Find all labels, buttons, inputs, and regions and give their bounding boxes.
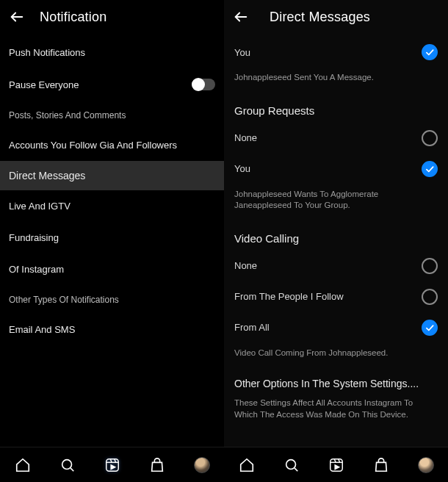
section-video-calling: Video Calling	[224, 220, 448, 251]
item-posts-stories-comments[interactable]: Posts, Stories And Comments	[0, 101, 224, 129]
bottom-nav	[0, 447, 448, 482]
svg-marker-15	[335, 465, 339, 470]
radio-unchecked-icon	[422, 130, 438, 146]
item-email-sms[interactable]: Email And SMS	[0, 314, 224, 345]
label: You	[234, 163, 250, 174]
label: Push Notifications	[9, 47, 85, 58]
home-icon	[15, 457, 31, 473]
option-you[interactable]: You	[224, 37, 448, 68]
arrow-left-icon	[9, 9, 25, 25]
svg-rect-11	[330, 458, 342, 471]
other-options-helper: These Settings Affect All Accounts Insta…	[224, 394, 448, 428]
shop-icon	[373, 457, 389, 473]
page-title: Notification	[40, 10, 106, 25]
svg-point-2	[62, 459, 71, 469]
page-title: Direct Messages	[270, 10, 370, 25]
radio-unchecked-icon	[422, 258, 438, 274]
nav-reels[interactable]	[102, 455, 123, 475]
notification-settings-panel: Notification Push Notifications Pause Ev…	[0, 0, 224, 447]
radio-unchecked-icon	[422, 289, 438, 305]
option-from-people-i-follow[interactable]: From The People I Follow	[224, 281, 448, 312]
nav-search[interactable]	[281, 455, 302, 475]
item-of-instagram[interactable]: Of Instagram	[0, 253, 224, 285]
item-direct-messages[interactable]: Direct Messages	[0, 161, 224, 190]
label: Pause Everyone	[9, 79, 79, 90]
label: None	[234, 260, 257, 271]
svg-line-3	[71, 468, 73, 471]
nav-profile[interactable]	[416, 455, 436, 475]
label: Posts, Stories And Comments	[9, 110, 126, 120]
label: From The People I Follow	[234, 291, 344, 302]
option-you[interactable]: You	[224, 154, 448, 184]
avatar-icon	[194, 457, 210, 473]
label: None	[234, 132, 257, 143]
nav-shop[interactable]	[371, 455, 391, 475]
label: Email And SMS	[9, 324, 75, 335]
label: Other Types Of Notifications	[9, 295, 119, 305]
nav-shop[interactable]	[147, 455, 167, 475]
svg-rect-4	[106, 458, 118, 471]
item-accounts-follow[interactable]: Accounts You Follow Gia And Followers	[0, 129, 224, 161]
label: Direct Messages	[9, 170, 85, 181]
helper-text: Johnappleseed Sent You A Message.	[224, 68, 448, 93]
arrow-left-icon	[233, 9, 249, 25]
search-icon	[59, 457, 76, 473]
other-options-link[interactable]: Other Options In The System Settings....	[224, 367, 448, 394]
label: From All	[234, 322, 270, 333]
option-none[interactable]: None	[224, 123, 448, 154]
helper-text: Johnappleseed Wants To Agglomerate Janea…	[224, 184, 448, 220]
option-none[interactable]: None	[224, 251, 448, 281]
item-live-igtv[interactable]: Live And IGTV	[0, 190, 224, 222]
radio-checked-icon	[422, 44, 438, 60]
radio-checked-icon	[422, 320, 438, 336]
item-push-notifications[interactable]: Push Notifications	[0, 37, 224, 68]
label: Accounts You Follow Gia And Followers	[9, 140, 177, 151]
back-button[interactable]	[231, 7, 250, 26]
nav-search[interactable]	[57, 455, 78, 475]
direct-messages-panel: Direct Messages You Johnappleseed Sent Y…	[224, 0, 448, 447]
item-other-types[interactable]: Other Types Of Notifications	[0, 285, 224, 314]
search-icon	[283, 457, 300, 473]
section-group-requests: Group Requests	[224, 93, 448, 123]
nav-home[interactable]	[12, 455, 33, 475]
reels-icon	[104, 457, 120, 473]
radio-checked-icon	[422, 161, 438, 177]
left-header: Notification	[0, 0, 224, 37]
nav-right	[224, 447, 448, 482]
svg-marker-8	[111, 465, 115, 470]
nav-profile[interactable]	[192, 455, 212, 475]
helper-text: Video Call Coming From Johnappleseed.	[224, 343, 448, 368]
right-header: Direct Messages	[224, 0, 448, 37]
label: Live And IGTV	[9, 201, 71, 212]
label: Fundraising	[9, 232, 59, 243]
nav-reels[interactable]	[326, 455, 347, 475]
reels-icon	[328, 457, 344, 473]
svg-point-9	[286, 459, 295, 469]
label: You	[234, 47, 250, 58]
back-button[interactable]	[7, 7, 26, 26]
nav-home[interactable]	[236, 455, 257, 475]
shop-icon	[149, 457, 165, 473]
item-pause-everyone[interactable]: Pause Everyone	[0, 68, 224, 101]
option-from-all[interactable]: From All	[224, 312, 448, 343]
toggle-switch[interactable]	[192, 79, 215, 90]
item-fundraising[interactable]: Fundraising	[0, 222, 224, 253]
home-icon	[239, 457, 255, 473]
label: Of Instagram	[9, 264, 64, 275]
nav-left	[0, 447, 224, 482]
avatar-icon	[418, 457, 434, 473]
svg-line-10	[295, 468, 297, 471]
